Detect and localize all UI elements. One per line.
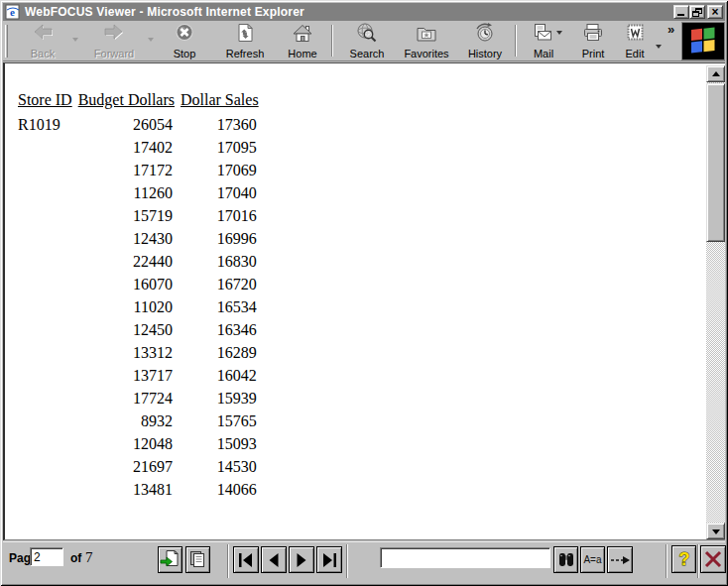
help-button[interactable]: ? — [671, 545, 696, 573]
edit-dropdown-icon[interactable] — [656, 45, 662, 49]
stop-button[interactable]: Stop — [163, 23, 206, 59]
table-row: 1607016720 — [18, 273, 265, 295]
search-icon — [356, 23, 378, 47]
binoculars-icon — [556, 550, 576, 570]
table-cell: 11020 — [78, 295, 181, 318]
mail-button[interactable]: Mail — [522, 23, 565, 59]
close-viewer-icon — [703, 549, 723, 569]
minimize-button[interactable] — [673, 5, 689, 19]
table-cell: 17402 — [78, 136, 181, 159]
print-button[interactable]: Print — [571, 23, 615, 59]
toolbar-separator — [697, 544, 699, 578]
table-row: 1245016346 — [18, 318, 265, 341]
previous-page-icon — [264, 551, 284, 569]
last-page-button[interactable] — [316, 546, 342, 573]
table-cell: 26054 — [78, 113, 181, 136]
forward-dropdown-icon[interactable] — [148, 38, 154, 42]
history-button[interactable]: History — [459, 23, 511, 59]
close-viewer-button[interactable] — [700, 545, 726, 573]
favorites-label: Favorites — [404, 49, 448, 59]
table-cell — [18, 136, 78, 159]
scrollbar-thumb[interactable] — [706, 83, 725, 242]
print-icon — [582, 23, 604, 47]
find-text-input[interactable] — [380, 547, 550, 568]
find-next-button[interactable] — [607, 546, 633, 573]
browser-toolbar: Back Forward St — [3, 21, 725, 61]
table-cell: 15719 — [78, 204, 181, 227]
table-cell — [18, 181, 78, 204]
table-cell: 21697 — [78, 455, 181, 478]
all-pages-button[interactable] — [185, 546, 210, 573]
restore-button[interactable] — [689, 5, 705, 19]
table-cell — [18, 364, 78, 387]
title-bar[interactable]: e WebFOCUS Viewer - Microsoft Internet E… — [3, 3, 725, 21]
next-page-button[interactable] — [289, 546, 314, 573]
page-number-input[interactable] — [30, 547, 63, 566]
edit-icon — [625, 23, 645, 47]
column-header-store-id[interactable]: Store ID — [18, 88, 78, 111]
table-cell: 13717 — [78, 364, 181, 387]
table-row: 1371716042 — [18, 364, 265, 387]
favorites-button[interactable]: Favorites — [396, 23, 457, 59]
table-cell — [18, 478, 78, 501]
refresh-button[interactable]: Refresh — [217, 23, 273, 59]
ie-logo-icon: e — [5, 4, 21, 20]
vertical-scrollbar[interactable] — [706, 65, 725, 539]
toolbar-separator — [346, 544, 348, 578]
stop-icon — [174, 23, 195, 47]
scroll-down-button[interactable] — [706, 523, 725, 539]
match-case-button[interactable]: A=a — [580, 546, 605, 573]
table-cell: 16720 — [181, 273, 265, 295]
table-cell: 16289 — [181, 341, 265, 364]
goto-page-button[interactable] — [158, 546, 182, 573]
toolbar-separator — [515, 25, 517, 57]
home-button[interactable]: Home — [279, 23, 326, 59]
back-button[interactable]: Back — [15, 23, 70, 59]
table-cell: 11260 — [78, 181, 181, 204]
table-header-row: Store ID Budget Dollars Dollar Sales — [18, 88, 265, 111]
close-button[interactable]: × — [707, 5, 723, 19]
edit-label: Edit — [626, 49, 645, 59]
column-header-dollar-sales[interactable]: Dollar Sales — [181, 88, 265, 111]
page-content: Store ID Budget Dollars Dollar Sales R10… — [3, 62, 725, 540]
scroll-up-button[interactable] — [706, 65, 725, 82]
viewer-toolbar: Page of 7 — [3, 541, 725, 583]
back-dropdown-icon[interactable] — [72, 38, 78, 42]
table-cell: 17040 — [181, 181, 265, 204]
mail-icon — [532, 23, 555, 47]
table-cell: 17172 — [78, 159, 181, 181]
goto-page-icon — [160, 549, 181, 570]
table-cell: 12450 — [78, 318, 181, 341]
find-button[interactable] — [553, 546, 578, 573]
toolbar-gripper[interactable] — [5, 25, 8, 58]
table-cell: 16346 — [181, 318, 265, 341]
toolbar-overflow-chevron[interactable]: » — [667, 22, 674, 37]
mail-dropdown-icon[interactable] — [556, 31, 562, 35]
search-button[interactable]: Search — [340, 23, 394, 59]
stop-label: Stop — [174, 49, 196, 59]
all-pages-icon — [187, 549, 208, 570]
table-cell — [18, 410, 78, 432]
table-cell: 15765 — [181, 410, 265, 432]
previous-page-button[interactable] — [261, 546, 287, 573]
scroll-up-icon — [712, 71, 720, 76]
table-row: 1740217095 — [18, 136, 265, 159]
column-header-budget-dollars[interactable]: Budget Dollars — [78, 88, 181, 111]
last-page-icon — [319, 551, 339, 569]
toolbar-separator — [666, 544, 667, 578]
table-cell — [18, 227, 78, 250]
table-cell — [18, 273, 78, 295]
browser-window: e WebFOCUS Viewer - Microsoft Internet E… — [0, 0, 728, 586]
table-row: 1772415939 — [18, 387, 265, 410]
edit-button[interactable]: Edit — [613, 23, 657, 59]
back-icon — [31, 23, 55, 45]
help-icon: ? — [674, 548, 694, 570]
forward-label: Forward — [94, 49, 134, 59]
forward-button[interactable]: Forward — [86, 23, 142, 59]
first-page-button[interactable] — [233, 546, 259, 573]
window-title: WebFOCUS Viewer - Microsoft Internet Exp… — [25, 5, 304, 19]
table-cell — [18, 159, 78, 181]
table-cell: 22440 — [78, 250, 181, 273]
back-label: Back — [31, 49, 55, 59]
home-label: Home — [288, 49, 316, 59]
